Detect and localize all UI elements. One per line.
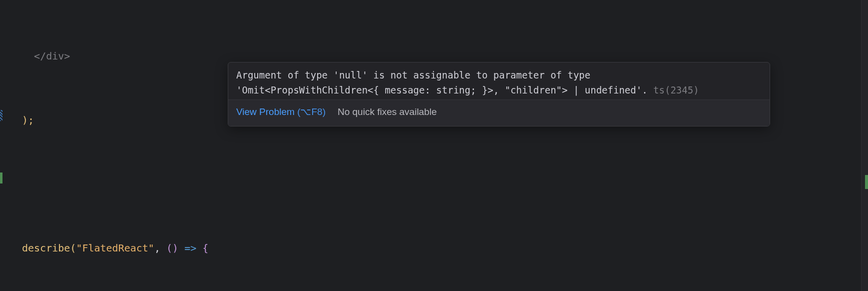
diagnostic-hover[interactable]: Argument of type 'null' is not assignabl… xyxy=(228,62,770,126)
no-fixes-text: No quick fixes available xyxy=(338,104,437,120)
jsx-close-div: </div> xyxy=(34,50,70,62)
code-editor[interactable]: </div> ); describe("FlatedReact", () => … xyxy=(0,0,868,291)
diagnostic-message: Argument of type 'null' is not assignabl… xyxy=(228,62,770,100)
minimap-add-marker xyxy=(865,175,868,189)
view-problem-link[interactable]: View Problem (⌥F8) xyxy=(236,104,326,120)
close-paren-semi: ); xyxy=(22,114,34,126)
describe-call: describe xyxy=(22,242,70,254)
describe-name: "FlatedReact" xyxy=(76,242,154,254)
keyboard-shortcut: (⌥F8) xyxy=(297,106,326,117)
error-code: ts(2345) xyxy=(653,84,699,96)
code-line[interactable]: describe("FlatedReact", () => { xyxy=(22,240,868,256)
minimap[interactable] xyxy=(861,0,868,291)
blank-line[interactable] xyxy=(22,176,868,192)
arrow-fn: => xyxy=(184,242,196,254)
